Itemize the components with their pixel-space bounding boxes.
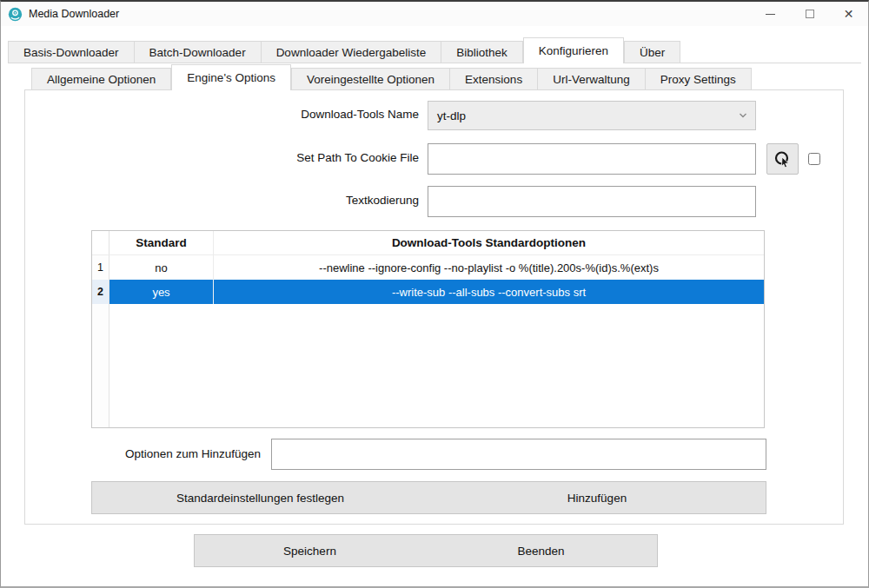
download-tools-name-label: Download-Tools Name (25, 108, 419, 121)
table-row-selected[interactable]: 2 yes --write-sub --all-subs --convert-s… (92, 280, 764, 304)
tab-engines-options[interactable]: Engine's Options (171, 64, 291, 90)
close-icon: ✕ (844, 8, 854, 20)
tab-batch-downloader[interactable]: Batch-Downloader (135, 41, 262, 63)
tab-extensions[interactable]: Extensions (450, 68, 538, 90)
cookie-file-label: Set Path To Cookie File (25, 151, 419, 164)
tab-allgemeine-optionen[interactable]: Allgemeine Optionen (31, 68, 171, 90)
window-title: Media Downloader (29, 8, 119, 20)
cell-options[interactable]: --newline --ignore-config --no-playlist … (214, 255, 764, 280)
tab-ueber[interactable]: Über (624, 41, 680, 63)
set-defaults-button[interactable]: Standardeinstellungen festlegen (91, 481, 429, 514)
add-button[interactable]: Hinzufügen (428, 481, 766, 514)
cookie-file-input[interactable] (428, 143, 756, 175)
table-corner (92, 231, 109, 254)
tab-voreingestellte-optionen[interactable]: Voreingestellte Optionen (291, 68, 450, 90)
cell-standard[interactable]: no (109, 255, 214, 280)
cell-standard[interactable]: yes (109, 280, 214, 304)
cookie-file-browse-button[interactable] (766, 143, 799, 175)
row-number: 1 (92, 255, 109, 280)
cookie-file-checkbox[interactable] (808, 153, 820, 165)
save-button[interactable]: Speichern (194, 534, 426, 567)
cell-options[interactable]: --write-sub --all-subs --convert-subs sr… (214, 280, 764, 304)
tab-basis-downloader[interactable]: Basis-Downloader (8, 41, 135, 63)
gutter-filler (92, 304, 109, 427)
minimize-button[interactable] (751, 2, 790, 26)
cursor-click-icon (773, 150, 792, 168)
tab-proxy-settings[interactable]: Proxy Settings (646, 68, 752, 90)
maximize-icon (806, 10, 814, 18)
primary-tab-bar: Basis-Downloader Batch-Downloader Downlo… (8, 38, 680, 63)
column-header-options: Download-Tools Standardoptionen (214, 231, 764, 254)
title-bar: Media Downloader ✕ (1, 2, 868, 26)
default-options-table[interactable]: Standard Download-Tools Standardoptionen… (91, 230, 765, 428)
download-tools-name-value: yt-dlp (437, 109, 466, 122)
download-tools-name-select[interactable]: yt-dlp (428, 101, 756, 130)
app-logo-icon (8, 7, 23, 22)
maximize-button[interactable] (790, 2, 829, 26)
text-encoding-label: Textkodierung (25, 194, 419, 207)
add-options-input[interactable] (271, 439, 766, 470)
minimize-icon (766, 14, 775, 15)
row-number: 2 (92, 280, 109, 304)
table-row[interactable]: 1 no --newline --ignore-config --no-play… (92, 255, 764, 280)
column-header-standard: Standard (109, 231, 214, 254)
tab-url-verwaltung[interactable]: Url-Verwaltung (538, 68, 646, 90)
window-controls: ✕ (751, 2, 868, 26)
text-encoding-input[interactable] (428, 186, 756, 217)
engines-options-panel: Download-Tools Name yt-dlp Set Path To C… (24, 89, 844, 525)
table-empty-area (92, 304, 764, 427)
chevron-down-icon (739, 111, 747, 120)
tab-konfigurieren[interactable]: Konfigurieren (523, 37, 624, 63)
tab-bibliothek[interactable]: Bibliothek (441, 41, 523, 63)
app-window: Media Downloader ✕ Basis-Downloader Batc… (0, 0, 869, 588)
tab-downloader-wiedergabeliste[interactable]: Downloader Wiedergabeliste (262, 41, 442, 63)
quit-button[interactable]: Beenden (425, 534, 658, 567)
secondary-tab-bar: Allgemeine Optionen Engine's Options Vor… (31, 64, 752, 90)
close-button[interactable]: ✕ (829, 2, 868, 26)
table-header-row: Standard Download-Tools Standardoptionen (92, 231, 764, 255)
add-options-label: Optionen zum Hinzufügen (25, 447, 261, 460)
